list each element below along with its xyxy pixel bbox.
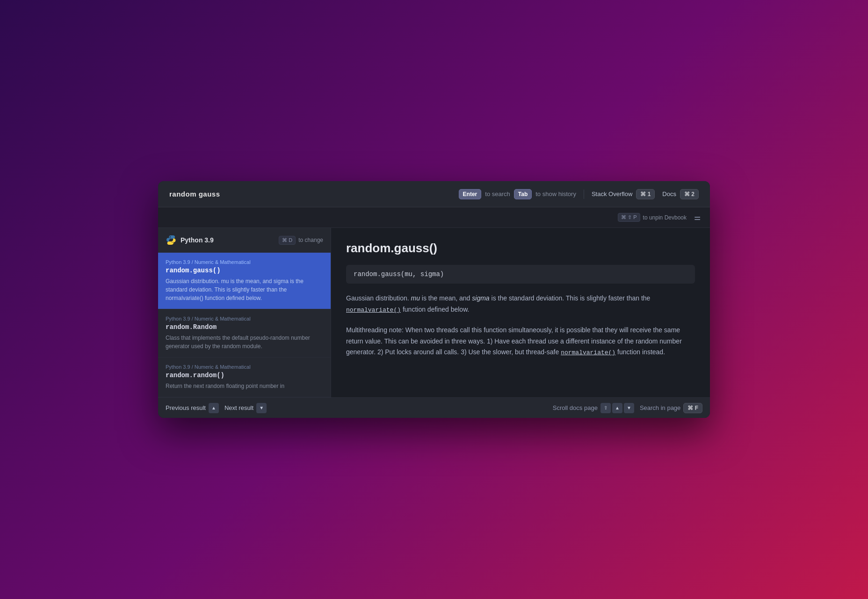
normalvariate-link-1[interactable]: normalvariate() [346,307,401,314]
unpin-hint: ⌘ ⇧ P to unpin Devbook [618,213,687,222]
result-item[interactable]: Python 3.9 / Numeric & Mathematical rand… [158,253,331,309]
prev-result-label: Previous result [166,404,206,411]
next-result-button[interactable]: Next result ▼ [224,403,267,413]
enter-key: Enter [459,189,482,199]
search-in-page-label: Search in page [640,404,680,411]
stackoverflow-shortcut: ⌘ 1 [636,189,655,199]
unpin-text: to unpin Devbook [643,214,687,221]
tab-key: Tab [514,189,532,199]
scroll-arrows: ⇧ ▲ ▼ [600,403,634,413]
stackoverflow-label[interactable]: Stack Overflow [592,190,632,197]
prev-arrow-icon[interactable]: ▲ [209,403,219,413]
search-query[interactable]: random gauss [169,190,459,198]
scroll-shift-icon[interactable]: ⇧ [600,403,611,413]
unpin-shortcut: ⌘ ⇧ P [618,213,640,222]
search-in-page-hint: Search in page ⌘ F [640,403,702,413]
next-result-label: Next result [224,404,253,411]
result-desc: Gaussian distribution. mu is the mean, a… [166,277,323,302]
scroll-up-icon[interactable]: ▲ [612,403,622,413]
doc-section-2: Multithreading note: When two threads ca… [346,325,695,358]
change-hint: ⌘ D to change [279,236,323,245]
separator [584,190,584,199]
main-content: Python 3.9 ⌘ D to change Python 3.9 / Nu… [158,228,710,397]
scroll-down-icon[interactable]: ▼ [624,403,634,413]
app-window: random gauss Enter to search Tab to show… [158,181,710,418]
sidebar: Python 3.9 ⌘ D to change Python 3.9 / Nu… [158,228,331,397]
search-bar: random gauss Enter to search Tab to show… [158,181,710,207]
doc-paragraph-1: Gaussian distribution. mu is the mean, a… [346,293,695,315]
prev-result-button[interactable]: Previous result ▲ [166,403,219,413]
settings-icon[interactable]: ⚌ [694,213,701,222]
next-arrow-icon[interactable]: ▼ [256,403,267,413]
doc-title: random.gauss() [346,241,695,256]
result-item[interactable]: Python 3.9 / Numeric & Mathematical rand… [158,309,331,358]
result-category: Python 3.9 / Numeric & Mathematical [166,316,323,321]
python-logo: Python 3.9 [166,234,214,246]
result-item[interactable]: Python 3.9 / Numeric & Mathematical rand… [158,358,331,397]
python-icon [166,234,177,246]
result-desc: Class that implements the default pseudo… [166,334,323,351]
doc-section-1: Gaussian distribution. mu is the mean, a… [346,293,695,315]
result-category: Python 3.9 / Numeric & Mathematical [166,364,323,370]
tab-hint: to show history [535,190,576,197]
search-hints: Enter to search Tab to show history Stac… [459,189,699,199]
result-title: random.random() [166,372,323,379]
docs-shortcut: ⌘ 2 [680,189,699,199]
doc-panel: random.gauss() random.gauss(mu, sigma) G… [331,228,710,397]
scroll-hint: Scroll docs page ⇧ ▲ ▼ [553,403,634,413]
result-category: Python 3.9 / Numeric & Mathematical [166,259,323,265]
change-shortcut: ⌘ D [279,236,296,245]
scroll-label: Scroll docs page [553,404,598,411]
bottom-right: Scroll docs page ⇧ ▲ ▼ Search in page ⌘ … [553,403,702,413]
docs-label[interactable]: Docs [662,190,676,197]
bottom-bar: Previous result ▲ Next result ▼ Scroll d… [158,397,710,418]
bottom-left: Previous result ▲ Next result ▼ [166,403,267,413]
sub-bar: ⌘ ⇧ P to unpin Devbook ⚌ [158,207,710,228]
results-list: Python 3.9 / Numeric & Mathematical rand… [158,253,331,397]
search-in-page-shortcut: ⌘ F [683,403,702,413]
change-text: to change [298,237,323,243]
result-desc: Return the next random floating point nu… [166,382,323,390]
doc-signature: random.gauss(mu, sigma) [346,265,695,284]
sidebar-header: Python 3.9 ⌘ D to change [158,228,331,253]
result-title: random.gauss() [166,267,323,274]
normalvariate-link-2[interactable]: normalvariate() [561,349,615,356]
sigma-emphasis: sigma [472,294,489,302]
doc-paragraph-2: Multithreading note: When two threads ca… [346,325,695,358]
enter-hint: to search [485,190,510,197]
mu-emphasis: mu [411,294,420,302]
python-version: Python 3.9 [181,236,214,244]
result-title: random.Random [166,323,323,331]
